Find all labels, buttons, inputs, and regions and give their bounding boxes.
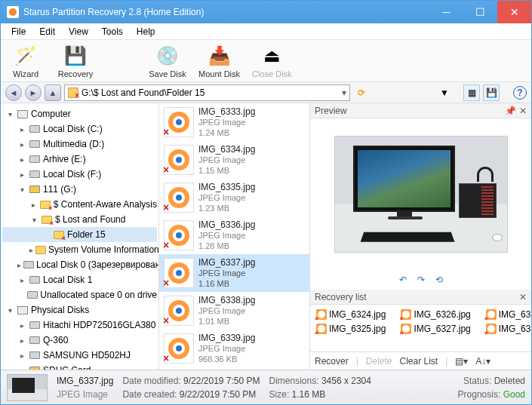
recovery-item[interactable]: IMG_6329.jpg: [486, 322, 531, 335]
tree-item[interactable]: ▸SAMSUNG HD502HJ: [2, 348, 157, 363]
file-thumbnail: ×: [164, 183, 194, 213]
drive-icon: [29, 123, 41, 135]
tree-item[interactable]: ▸Arhive (E:): [2, 152, 157, 167]
nav-back-button[interactable]: ◄: [5, 84, 22, 101]
preview-close-icon[interactable]: ✕: [519, 106, 527, 116]
titlebar[interactable]: Starus Partition Recovery 2.8 (Home Edit…: [1, 1, 531, 23]
hdd-icon: [29, 349, 41, 361]
sd-icon: [29, 183, 41, 195]
tree-item[interactable]: ▸Local Disk (C:): [2, 121, 157, 137]
expand-icon[interactable]: ▸: [17, 336, 26, 345]
tree-item[interactable]: ▸Hitachi HDP725016GLA380: [2, 318, 157, 333]
menu-edit[interactable]: Edit: [33, 25, 61, 38]
tree-label: Hitachi HDP725016GLA380: [43, 320, 155, 330]
view-details-button[interactable]: ▦: [463, 84, 480, 101]
menu-help[interactable]: Help: [131, 25, 161, 38]
tree-item[interactable]: Folder 15: [2, 227, 157, 242]
file-thumbnail: ×: [164, 333, 194, 364]
chevron-down-icon[interactable]: ▾: [342, 87, 346, 98]
tree-item[interactable]: ▸Local Disk 1: [2, 272, 157, 287]
recovery-list-body[interactable]: IMG_6324.jpgIMG_6325.jpgIMG_6326.jpgIMG_…: [310, 305, 531, 351]
window-title: Starus Partition Recovery 2.8 (Home Edit…: [23, 7, 429, 17]
recovery-item[interactable]: IMG_6326.jpg: [401, 308, 470, 321]
expand-icon[interactable]: ▾: [29, 216, 38, 224]
tree-item[interactable]: ▾$ Lost and Found: [2, 212, 157, 227]
expand-icon[interactable]: ▾: [5, 110, 14, 118]
clear-list-button[interactable]: Clear List: [400, 356, 438, 367]
tree-item[interactable]: ▾Physical Disks: [2, 302, 157, 318]
recovery-item[interactable]: IMG_6324.jpg: [316, 308, 386, 321]
tree-item[interactable]: Unallocated space 0 on drive: [2, 287, 157, 302]
expand-icon[interactable]: ▸: [17, 261, 21, 269]
recover-button[interactable]: Recover: [315, 356, 349, 367]
expand-icon[interactable]: ▸: [17, 276, 26, 284]
filter-button[interactable]: ▼: [436, 84, 453, 101]
preview-pane: [310, 118, 531, 270]
folder-tree[interactable]: ▾Computer▸Local Disk (C:)▸Multimedia (D:…: [1, 103, 159, 370]
save-disk-button[interactable]: 💿Save Disk: [149, 44, 186, 78]
tree-label: Local Disk 1: [43, 275, 92, 285]
file-item[interactable]: ×IMG_6334.jpgJPEG Image1.15 MB: [159, 141, 309, 179]
recovery-list-close-icon[interactable]: ✕: [519, 292, 527, 302]
expand-icon[interactable]: ▸: [17, 351, 26, 360]
wizard-button[interactable]: 🪄Wizard: [7, 44, 45, 78]
file-item[interactable]: ×IMG_6333.jpgJPEG Image1.24 MB: [159, 103, 309, 141]
file-item[interactable]: ×IMG_6336.jpgJPEG Image1.28 MB: [159, 216, 309, 254]
file-thumbnail: ×: [164, 296, 194, 326]
address-bar[interactable]: ▾: [64, 84, 350, 101]
maximize-button[interactable]: ☐: [463, 1, 497, 23]
drive-icon: [23, 259, 34, 271]
refresh-button[interactable]: ⟳: [353, 84, 370, 101]
tree-item[interactable]: ▸Multimedia (D:): [2, 137, 157, 152]
expand-icon[interactable]: ▸: [17, 170, 26, 179]
expand-icon[interactable]: ▸: [29, 246, 33, 254]
preview-title: Preview: [315, 106, 347, 116]
folderx-icon: [53, 229, 65, 241]
preview-pin-icon[interactable]: 📌: [505, 106, 516, 116]
expand-icon[interactable]: ▸: [17, 140, 26, 149]
tree-item[interactable]: ▸System Volume Information: [2, 242, 157, 257]
menu-view[interactable]: View: [63, 25, 94, 38]
nav-forward-button[interactable]: ►: [25, 84, 42, 101]
file-item[interactable]: ×IMG_6338.jpgJPEG Image1.01 MB: [159, 292, 309, 330]
tree-item[interactable]: ▸Q-360: [2, 333, 157, 348]
recovery-item[interactable]: IMG_6327.jpg: [401, 322, 470, 335]
tree-item[interactable]: ▸SDHC Card: [2, 363, 157, 370]
folder-icon: [68, 87, 78, 98]
tree-item[interactable]: ▸Local Disk 0 (Зарезервировано): [2, 257, 157, 272]
nav-up-button[interactable]: ▲: [45, 84, 61, 101]
file-item[interactable]: ×IMG_6337.jpgJPEG Image1.16 MB: [159, 254, 309, 292]
recovery-item[interactable]: IMG_6328.jpg: [486, 308, 531, 321]
folderx-icon: [41, 213, 53, 226]
tree-label: Local Disk (C:): [43, 124, 103, 134]
menu-tools[interactable]: Tools: [96, 25, 129, 38]
file-item[interactable]: ×IMG_6335.jpgJPEG Image1.23 MB: [159, 179, 309, 216]
address-input[interactable]: [81, 87, 339, 98]
file-list[interactable]: ×IMG_6333.jpgJPEG Image1.24 MB×IMG_6334.…: [159, 103, 310, 370]
tree-item[interactable]: ▾Computer: [2, 106, 157, 121]
recovery-view-icon[interactable]: ▤▾: [455, 356, 468, 367]
tree-item[interactable]: ▾111 (G:): [2, 182, 157, 197]
recovery-button[interactable]: 💾Recovery: [57, 44, 94, 78]
help-button[interactable]: ?: [513, 86, 527, 100]
rotate-left-icon[interactable]: ↶: [399, 275, 407, 285]
refresh-icon[interactable]: ⟲: [435, 275, 443, 285]
mount-disk-button[interactable]: 📥Mount Disk: [198, 44, 240, 78]
tree-item[interactable]: ▸$ Content-Aware Analysis: [2, 197, 157, 212]
close-button[interactable]: ✕: [497, 1, 531, 23]
minimize-button[interactable]: ─: [429, 1, 463, 23]
save-button[interactable]: 💾: [483, 84, 500, 101]
expand-icon[interactable]: ▸: [17, 125, 26, 133]
file-item[interactable]: ×IMG_6339.jpgJPEG Image968.36 KB: [159, 330, 309, 367]
expand-icon[interactable]: ▸: [17, 321, 26, 330]
expand-icon[interactable]: ▸: [29, 201, 38, 209]
tree-item[interactable]: ▸Local Disk (F:): [2, 167, 157, 182]
menu-file[interactable]: File: [5, 25, 32, 38]
rotate-right-icon[interactable]: ↷: [417, 275, 425, 285]
recovery-sort-icon[interactable]: A↓▾: [475, 356, 490, 367]
expand-icon[interactable]: ▾: [17, 186, 26, 194]
tree-label: Folder 15: [67, 229, 106, 240]
recovery-item[interactable]: IMG_6325.jpg: [316, 322, 386, 335]
expand-icon[interactable]: ▾: [5, 306, 14, 314]
expand-icon[interactable]: ▸: [17, 155, 26, 164]
